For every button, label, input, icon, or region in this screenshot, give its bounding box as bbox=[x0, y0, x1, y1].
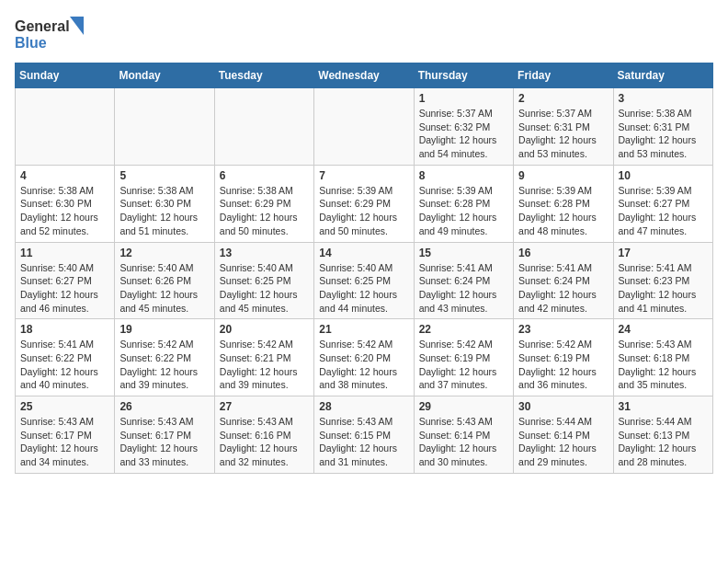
day-info: Sunrise: 5:37 AM Sunset: 6:32 PM Dayligh… bbox=[419, 107, 508, 161]
day-info: Sunrise: 5:41 AM Sunset: 6:23 PM Dayligh… bbox=[619, 261, 708, 316]
calendar-cell: 14Sunrise: 5:40 AM Sunset: 6:25 PM Dayli… bbox=[314, 242, 414, 319]
calendar-cell: 2Sunrise: 5:37 AM Sunset: 6:31 PM Daylig… bbox=[514, 88, 613, 166]
day-info: Sunrise: 5:43 AM Sunset: 6:17 PM Dayligh… bbox=[119, 415, 209, 469]
day-info: Sunrise: 5:44 AM Sunset: 6:13 PM Dayligh… bbox=[619, 415, 708, 469]
day-number: 11 bbox=[20, 247, 109, 259]
weekday-header: Friday bbox=[514, 63, 613, 88]
day-number: 16 bbox=[518, 247, 608, 259]
day-info: Sunrise: 5:37 AM Sunset: 6:31 PM Dayligh… bbox=[518, 107, 608, 161]
day-info: Sunrise: 5:43 AM Sunset: 6:17 PM Dayligh… bbox=[20, 415, 109, 469]
calendar-cell: 1Sunrise: 5:37 AM Sunset: 6:32 PM Daylig… bbox=[414, 88, 513, 166]
calendar-cell: 28Sunrise: 5:43 AM Sunset: 6:15 PM Dayli… bbox=[314, 396, 414, 474]
day-info: Sunrise: 5:38 AM Sunset: 6:30 PM Dayligh… bbox=[20, 184, 109, 238]
calendar-cell: 19Sunrise: 5:42 AM Sunset: 6:22 PM Dayli… bbox=[115, 319, 214, 396]
weekday-header: Monday bbox=[115, 63, 214, 88]
calendar-cell: 27Sunrise: 5:43 AM Sunset: 6:16 PM Dayli… bbox=[214, 396, 313, 474]
calendar-week-row: 1Sunrise: 5:37 AM Sunset: 6:32 PM Daylig… bbox=[16, 88, 713, 166]
day-number: 13 bbox=[220, 247, 309, 259]
day-info: Sunrise: 5:39 AM Sunset: 6:29 PM Dayligh… bbox=[319, 184, 408, 238]
weekday-header: Tuesday bbox=[214, 63, 313, 88]
calendar-cell: 22Sunrise: 5:42 AM Sunset: 6:19 PM Dayli… bbox=[414, 319, 513, 396]
day-number: 5 bbox=[119, 169, 209, 182]
day-number: 26 bbox=[119, 400, 209, 413]
calendar-cell: 7Sunrise: 5:39 AM Sunset: 6:29 PM Daylig… bbox=[314, 165, 414, 242]
day-info: Sunrise: 5:38 AM Sunset: 6:30 PM Dayligh… bbox=[119, 184, 209, 238]
calendar-cell: 11Sunrise: 5:40 AM Sunset: 6:27 PM Dayli… bbox=[16, 242, 115, 319]
logo: GeneralBlue bbox=[15, 15, 88, 52]
calendar-cell: 12Sunrise: 5:40 AM Sunset: 6:26 PM Dayli… bbox=[115, 242, 214, 319]
day-number: 10 bbox=[619, 169, 708, 182]
calendar-cell: 24Sunrise: 5:43 AM Sunset: 6:18 PM Dayli… bbox=[613, 319, 712, 396]
weekday-header: Wednesday bbox=[314, 63, 414, 88]
calendar-cell: 3Sunrise: 5:38 AM Sunset: 6:31 PM Daylig… bbox=[613, 88, 712, 166]
weekday-header: Thursday bbox=[414, 63, 513, 88]
day-number: 3 bbox=[619, 92, 708, 105]
day-info: Sunrise: 5:39 AM Sunset: 6:28 PM Dayligh… bbox=[419, 184, 508, 238]
day-number: 2 bbox=[518, 92, 608, 105]
svg-marker-2 bbox=[70, 17, 84, 35]
calendar-week-row: 25Sunrise: 5:43 AM Sunset: 6:17 PM Dayli… bbox=[16, 396, 713, 474]
calendar-cell: 10Sunrise: 5:39 AM Sunset: 6:27 PM Dayli… bbox=[613, 165, 712, 242]
day-number: 21 bbox=[319, 323, 408, 336]
day-number: 30 bbox=[518, 400, 608, 413]
day-number: 17 bbox=[619, 247, 708, 259]
calendar-cell: 31Sunrise: 5:44 AM Sunset: 6:13 PM Dayli… bbox=[613, 396, 712, 474]
day-info: Sunrise: 5:38 AM Sunset: 6:29 PM Dayligh… bbox=[220, 184, 309, 238]
day-info: Sunrise: 5:43 AM Sunset: 6:14 PM Dayligh… bbox=[419, 415, 508, 469]
svg-text:General: General bbox=[15, 18, 70, 34]
calendar-week-row: 4Sunrise: 5:38 AM Sunset: 6:30 PM Daylig… bbox=[16, 165, 713, 242]
calendar-week-row: 11Sunrise: 5:40 AM Sunset: 6:27 PM Dayli… bbox=[16, 242, 713, 319]
calendar-cell: 13Sunrise: 5:40 AM Sunset: 6:25 PM Dayli… bbox=[214, 242, 313, 319]
day-number: 8 bbox=[419, 169, 508, 182]
day-number: 1 bbox=[419, 92, 508, 105]
day-info: Sunrise: 5:40 AM Sunset: 6:26 PM Dayligh… bbox=[119, 261, 209, 316]
day-info: Sunrise: 5:40 AM Sunset: 6:27 PM Dayligh… bbox=[20, 261, 109, 316]
day-info: Sunrise: 5:38 AM Sunset: 6:31 PM Dayligh… bbox=[619, 107, 708, 161]
svg-text:Blue: Blue bbox=[15, 35, 47, 51]
day-number: 22 bbox=[419, 323, 508, 336]
calendar-cell bbox=[314, 88, 414, 166]
day-info: Sunrise: 5:42 AM Sunset: 6:22 PM Dayligh… bbox=[119, 338, 209, 392]
logo-icon: GeneralBlue bbox=[15, 15, 88, 52]
weekday-header-row: SundayMondayTuesdayWednesdayThursdayFrid… bbox=[16, 63, 713, 88]
calendar-cell: 16Sunrise: 5:41 AM Sunset: 6:24 PM Dayli… bbox=[514, 242, 613, 319]
day-info: Sunrise: 5:41 AM Sunset: 6:22 PM Dayligh… bbox=[20, 338, 109, 392]
day-info: Sunrise: 5:39 AM Sunset: 6:28 PM Dayligh… bbox=[518, 184, 608, 238]
day-info: Sunrise: 5:42 AM Sunset: 6:20 PM Dayligh… bbox=[319, 338, 408, 392]
day-number: 19 bbox=[119, 323, 209, 336]
calendar-cell bbox=[16, 88, 115, 166]
calendar-cell: 15Sunrise: 5:41 AM Sunset: 6:24 PM Dayli… bbox=[414, 242, 513, 319]
day-number: 18 bbox=[20, 323, 109, 336]
day-number: 6 bbox=[220, 169, 309, 182]
day-info: Sunrise: 5:43 AM Sunset: 6:18 PM Dayligh… bbox=[619, 338, 708, 392]
calendar-cell: 6Sunrise: 5:38 AM Sunset: 6:29 PM Daylig… bbox=[214, 165, 313, 242]
day-number: 25 bbox=[20, 400, 109, 413]
weekday-header: Sunday bbox=[16, 63, 115, 88]
calendar-cell bbox=[115, 88, 214, 166]
calendar-cell: 17Sunrise: 5:41 AM Sunset: 6:23 PM Dayli… bbox=[613, 242, 712, 319]
day-info: Sunrise: 5:43 AM Sunset: 6:16 PM Dayligh… bbox=[220, 415, 309, 469]
day-info: Sunrise: 5:41 AM Sunset: 6:24 PM Dayligh… bbox=[419, 261, 508, 316]
day-info: Sunrise: 5:39 AM Sunset: 6:27 PM Dayligh… bbox=[619, 184, 708, 238]
day-number: 9 bbox=[518, 169, 608, 182]
day-number: 31 bbox=[619, 400, 708, 413]
calendar-table: SundayMondayTuesdayWednesdayThursdayFrid… bbox=[15, 63, 713, 474]
weekday-header: Saturday bbox=[613, 63, 712, 88]
calendar-cell: 5Sunrise: 5:38 AM Sunset: 6:30 PM Daylig… bbox=[115, 165, 214, 242]
calendar-cell: 21Sunrise: 5:42 AM Sunset: 6:20 PM Dayli… bbox=[314, 319, 414, 396]
calendar-cell: 9Sunrise: 5:39 AM Sunset: 6:28 PM Daylig… bbox=[514, 165, 613, 242]
header: GeneralBlue bbox=[15, 15, 713, 52]
calendar-cell: 18Sunrise: 5:41 AM Sunset: 6:22 PM Dayli… bbox=[16, 319, 115, 396]
calendar-cell: 20Sunrise: 5:42 AM Sunset: 6:21 PM Dayli… bbox=[214, 319, 313, 396]
day-info: Sunrise: 5:43 AM Sunset: 6:15 PM Dayligh… bbox=[319, 415, 408, 469]
day-number: 12 bbox=[119, 247, 209, 259]
calendar-cell: 30Sunrise: 5:44 AM Sunset: 6:14 PM Dayli… bbox=[514, 396, 613, 474]
day-number: 14 bbox=[319, 247, 408, 259]
calendar-cell bbox=[214, 88, 313, 166]
day-number: 20 bbox=[220, 323, 309, 336]
calendar-cell: 4Sunrise: 5:38 AM Sunset: 6:30 PM Daylig… bbox=[16, 165, 115, 242]
day-number: 23 bbox=[518, 323, 608, 336]
day-info: Sunrise: 5:40 AM Sunset: 6:25 PM Dayligh… bbox=[319, 261, 408, 316]
day-number: 24 bbox=[619, 323, 708, 336]
calendar-week-row: 18Sunrise: 5:41 AM Sunset: 6:22 PM Dayli… bbox=[16, 319, 713, 396]
